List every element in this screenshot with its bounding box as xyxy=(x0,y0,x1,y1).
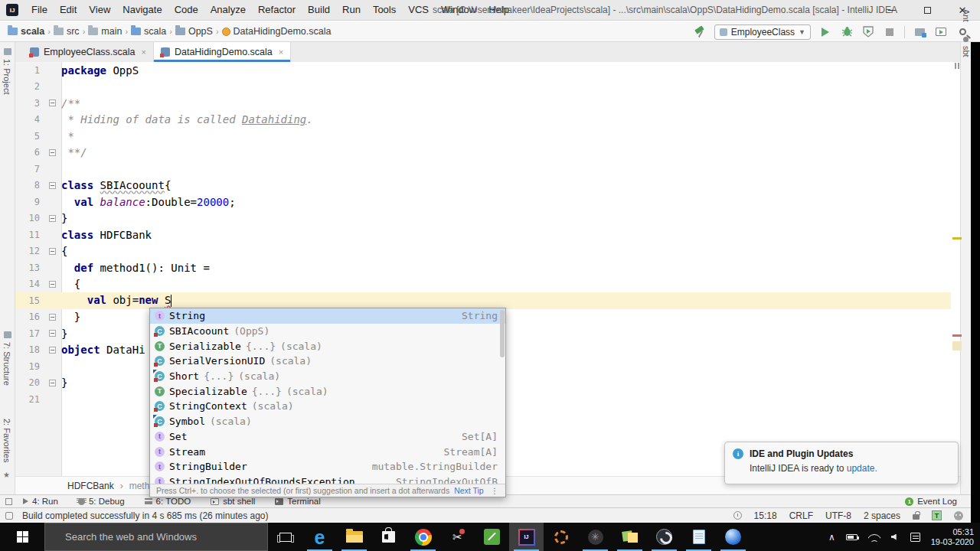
code-line-12[interactable]: 12{ xyxy=(15,243,951,260)
restore-button[interactable] xyxy=(910,0,945,21)
completion-item-short[interactable]: CShort{...}(scala) xyxy=(150,369,505,384)
completion-item-serialversionuid[interactable]: CSerialVersionUID(scala) xyxy=(150,354,505,369)
code-line-1[interactable]: 1package OppS xyxy=(15,62,951,79)
sidebar-item-favorites[interactable]: 2: Favorites xyxy=(2,419,11,462)
code-line-15[interactable]: 15 val obj=new S xyxy=(15,292,951,309)
breadcrumb-class[interactable]: HDFCBank xyxy=(67,481,114,491)
toolwindow-button-6-todo[interactable]: 6: TODO xyxy=(145,497,191,506)
code-line-4[interactable]: 4 * Hiding of data is called Datahiding. xyxy=(15,112,951,129)
update-face-icon[interactable] xyxy=(954,511,963,520)
volume-icon[interactable] xyxy=(891,534,897,540)
toolwindow-button-5-debug[interactable]: 5: Debug xyxy=(78,497,125,506)
sidebar-item-structure[interactable]: 7: Structure xyxy=(2,342,11,386)
close-tab-icon[interactable]: × xyxy=(279,47,283,57)
taskbar-app-chrome[interactable] xyxy=(406,523,440,551)
project-structure-button[interactable] xyxy=(913,25,926,39)
code-line-6[interactable]: 6 **/ xyxy=(15,145,951,161)
update-link[interactable]: update. xyxy=(847,463,877,474)
code-line-8[interactable]: 8class SBIAcoount{ xyxy=(15,178,951,194)
stop-button[interactable] xyxy=(883,25,897,39)
code-line-5[interactable]: 5 * xyxy=(15,128,951,145)
run-with-coverage-button[interactable] xyxy=(861,25,875,39)
code-line-3[interactable]: 3/** xyxy=(15,95,951,112)
taskbar-app-orange-circle-app[interactable] xyxy=(544,523,578,551)
toolwindow-button-4-run[interactable]: 4: Run xyxy=(23,497,58,506)
code-line-13[interactable]: 13 def method1(): Unit = xyxy=(15,259,951,276)
taskbar-search-input[interactable]: Search the web and Windows xyxy=(44,523,268,551)
fold-marker-icon[interactable] xyxy=(49,380,56,386)
breadcrumb-item-scala[interactable]: scala xyxy=(129,26,168,37)
menu-item-file[interactable]: File xyxy=(25,0,54,20)
tray-chevron-up-icon[interactable]: ∧ xyxy=(828,532,835,543)
taskbar-app-blue-sphere-app[interactable] xyxy=(716,523,750,551)
popup-scrollbar[interactable] xyxy=(500,310,505,357)
taskbar-app-intellij-idea[interactable]: IJ xyxy=(509,523,544,551)
fold-marker-icon[interactable] xyxy=(49,314,56,321)
toolwindow-button-sbt-shell[interactable]: sbt shell xyxy=(211,497,255,506)
action-center-icon[interactable] xyxy=(910,533,920,542)
tab-datahidingdemo-scala[interactable]: DataHidingDemo.scala× xyxy=(154,42,291,62)
run-button[interactable] xyxy=(818,25,832,39)
breadcrumb-item-datahidingdemo-scala[interactable]: DataHidingDemo.scala xyxy=(220,26,333,37)
completion-item-stringcontext[interactable]: CStringContext(scala) xyxy=(150,399,505,414)
code-line-9[interactable]: 9 val balance:Double=20000; xyxy=(15,194,951,210)
more-options-icon[interactable]: ⋮ xyxy=(491,486,500,495)
breadcrumb-item-src[interactable]: src xyxy=(52,26,81,37)
taskbar-app-web-wheel-app[interactable]: ✳ xyxy=(578,523,612,551)
sidebar-item-project[interactable]: 1: Project xyxy=(2,59,11,94)
typeahead-indicator[interactable]: T xyxy=(932,510,942,520)
menu-item-run[interactable]: Run xyxy=(336,0,367,20)
menu-item-build[interactable]: Build xyxy=(302,0,336,20)
breadcrumb-item-main[interactable]: main xyxy=(87,26,123,37)
debug-button[interactable] xyxy=(840,25,854,39)
update-notification[interactable]: i IDE and Plugin Updates IntelliJ IDEA i… xyxy=(724,442,959,484)
menu-item-view[interactable]: View xyxy=(83,0,116,20)
fold-marker-icon[interactable] xyxy=(49,182,56,189)
build-hammer-button[interactable] xyxy=(693,25,707,39)
menu-item-edit[interactable]: Edit xyxy=(54,0,83,20)
completion-item-string[interactable]: tStringString xyxy=(150,308,505,324)
code-line-10[interactable]: 10} xyxy=(15,210,951,227)
toolwindow-button-terminal[interactable]: Terminal xyxy=(275,497,320,506)
fold-marker-icon[interactable] xyxy=(49,99,56,106)
background-tasks-icon[interactable] xyxy=(5,512,13,520)
completion-item-serializable[interactable]: TSerializable{...}(scala) xyxy=(150,338,505,354)
menu-item-refactor[interactable]: Refactor xyxy=(252,0,302,20)
taskbar-app-obs-studio[interactable] xyxy=(647,523,681,551)
taskbar-clock[interactable]: 05:31 19-03-2020 xyxy=(931,527,974,547)
taskbar-app-sticky-notes[interactable] xyxy=(612,523,647,551)
start-button[interactable] xyxy=(0,523,44,551)
menu-item-code[interactable]: Code xyxy=(168,0,204,20)
fold-marker-icon[interactable] xyxy=(49,347,56,354)
menu-item-tools[interactable]: Tools xyxy=(367,0,402,20)
close-tab-icon[interactable]: × xyxy=(142,47,146,57)
next-tip-link[interactable]: Next Tip xyxy=(454,486,484,495)
minimize-button[interactable] xyxy=(874,0,910,21)
tool-window-switcher-icon[interactable] xyxy=(5,498,12,505)
code-line-2[interactable]: 2 xyxy=(15,79,951,96)
menu-item-analyze[interactable]: Analyze xyxy=(204,0,252,20)
encoding-indicator[interactable]: UTF-8 xyxy=(825,510,851,521)
code-line-7[interactable]: 7 xyxy=(15,161,951,178)
fold-marker-icon[interactable] xyxy=(49,149,56,156)
taskbar-app-notepad[interactable] xyxy=(681,523,716,551)
menu-item-vcs[interactable]: VCS xyxy=(402,0,435,20)
run-configuration-select[interactable]: EmployeeClass ▼ xyxy=(714,24,811,40)
breadcrumb-item-scala[interactable]: scala xyxy=(6,26,46,37)
taskbar-app-edge[interactable]: e xyxy=(302,523,337,551)
completion-item-specializable[interactable]: TSpecializable{...}(scala) xyxy=(150,383,505,399)
taskbar-app-task-view[interactable] xyxy=(268,523,302,551)
completion-item-stringindexoutofboundsexception[interactable]: tStringIndexOutOfBoundsExceptionStringIn… xyxy=(150,474,505,484)
menu-item-navigate[interactable]: Navigate xyxy=(116,0,168,20)
fold-marker-icon[interactable] xyxy=(49,248,56,255)
indent-indicator[interactable]: 2 spaces xyxy=(864,510,900,521)
completion-item-set[interactable]: tSetSet[A] xyxy=(150,429,505,445)
taskbar-app-file-explorer[interactable] xyxy=(337,523,371,551)
taskbar-app-store[interactable] xyxy=(371,523,406,551)
fold-marker-icon[interactable] xyxy=(49,330,56,337)
fold-marker-icon[interactable] xyxy=(49,215,56,222)
line-ending-indicator[interactable]: CRLF xyxy=(789,510,813,521)
code-line-11[interactable]: 11class HDFCBank xyxy=(15,227,951,243)
tab-employeeclass-scala[interactable]: EmployeeClass.scala× xyxy=(23,42,154,62)
completion-item-symbol[interactable]: CSymbol(scala) xyxy=(150,414,505,429)
